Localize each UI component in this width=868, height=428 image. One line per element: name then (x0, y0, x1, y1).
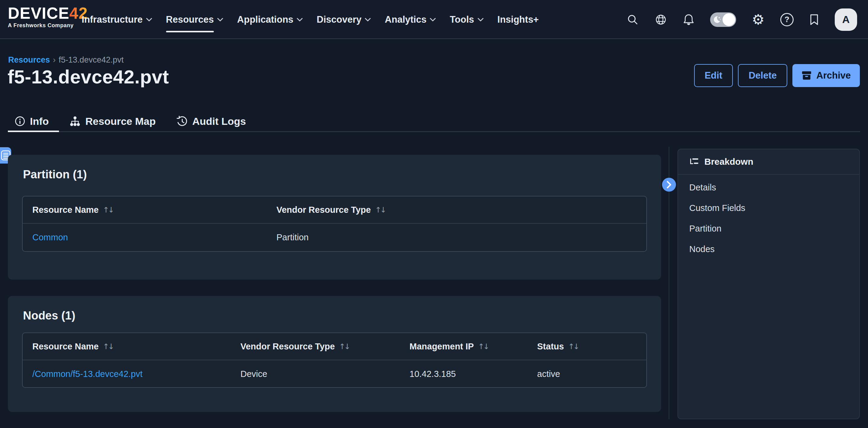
breakdown-item-details[interactable]: Details (678, 177, 859, 198)
archive-box-icon (802, 71, 812, 80)
sort-icon[interactable]: ↑↓ (103, 205, 113, 214)
nav-item-tools[interactable]: Tools (450, 0, 483, 39)
chevron-down-icon (365, 18, 371, 22)
breakdown-item-partition[interactable]: Partition (678, 218, 859, 239)
nav-item-analytics[interactable]: Analytics (385, 0, 436, 39)
sort-icon[interactable]: ↑↓ (103, 342, 113, 351)
sort-icon[interactable]: ↑↓ (568, 342, 579, 351)
settings-gear-icon[interactable]: ⚙ (752, 12, 765, 27)
page-title: f5-13.devce42.pvt (7, 66, 169, 88)
nav-item-resources[interactable]: Resources (166, 0, 223, 39)
notifications-bell-icon[interactable] (683, 13, 694, 26)
list-tree-icon (689, 157, 699, 167)
breakdown-title: Breakdown (704, 157, 753, 167)
theme-toggle[interactable] (710, 12, 736, 27)
chevron-right-icon (666, 181, 672, 189)
column-header-vendor-resource-type[interactable]: Vendor Resource Type ↑↓ (231, 341, 400, 352)
history-icon (176, 116, 188, 127)
sitemap-icon (69, 116, 81, 127)
nav-item-insights[interactable]: Insights+ (497, 0, 539, 39)
node-ip-cell: 10.42.3.185 (400, 369, 527, 379)
archive-button[interactable]: Archive (793, 64, 860, 87)
chevron-down-icon (430, 18, 436, 22)
breakdown-header: Breakdown (678, 149, 859, 175)
breadcrumb: Resources › f5-13.devce42.pvt (8, 55, 124, 65)
sort-icon[interactable]: ↑↓ (478, 342, 489, 351)
nodes-section: Nodes (1) Resource Name ↑↓ Vendor Resour… (8, 296, 661, 412)
user-avatar[interactable]: A (835, 8, 857, 31)
edit-button[interactable]: Edit (694, 64, 733, 87)
node-status-cell: active (527, 369, 646, 379)
bookmark-icon[interactable] (809, 13, 819, 26)
sort-icon[interactable]: ↑↓ (339, 342, 349, 351)
breakdown-panel: Breakdown Details Custom Fields Partitio… (678, 149, 860, 419)
tab-audit-logs[interactable]: Audit Logs (166, 111, 256, 131)
column-header-management-ip[interactable]: Management IP ↑↓ (400, 341, 527, 352)
breakdown-item-nodes[interactable]: Nodes (678, 239, 859, 259)
device42-logo[interactable]: DEVICE42 A Freshworks Company (8, 5, 88, 29)
nodes-table-header: Resource Name ↑↓ Vendor Resource Type ↑↓… (23, 333, 646, 360)
chevron-down-icon (217, 18, 223, 22)
top-navigation-bar: DEVICE42 A Freshworks Company Infrastruc… (0, 0, 868, 39)
column-header-resource-name[interactable]: Resource Name ↑↓ (23, 341, 231, 352)
tab-resource-map[interactable]: Resource Map (59, 111, 166, 131)
partition-section: Partition (1) Resource Name ↑↓ Vendor Re… (8, 155, 661, 279)
partition-section-title: Partition (1) (23, 168, 87, 181)
collapse-panel-button[interactable] (662, 178, 676, 192)
active-nav-underline (166, 31, 214, 32)
nodes-section-title: Nodes (1) (23, 309, 75, 322)
breadcrumb-separator: › (53, 55, 56, 65)
breakdown-item-custom-fields[interactable]: Custom Fields (678, 198, 859, 218)
column-header-vendor-resource-type[interactable]: Vendor Resource Type ↑↓ (267, 205, 646, 215)
table-row: /Common/f5-13.devce42.pvt Device 10.42.3… (23, 360, 646, 388)
partition-table-header: Resource Name ↑↓ Vendor Resource Type ↑↓ (23, 196, 646, 224)
chevron-down-icon (477, 18, 484, 22)
node-type-cell: Device (231, 369, 400, 379)
breadcrumb-resources-link[interactable]: Resources (8, 55, 50, 65)
partition-table: Resource Name ↑↓ Vendor Resource Type ↑↓… (22, 196, 647, 252)
table-row: Common Partition (23, 224, 646, 251)
main-menu: Infrastructure Resources Applications Di… (82, 0, 539, 39)
breakdown-list: Details Custom Fields Partition Nodes (678, 175, 859, 259)
search-icon[interactable] (627, 13, 639, 26)
partition-resource-link[interactable]: Common (32, 232, 68, 242)
page-actions: Edit Delete Archive (694, 64, 860, 87)
chevron-down-icon (297, 18, 303, 22)
tab-info[interactable]: Info (8, 111, 59, 131)
column-header-status[interactable]: Status ↑↓ (527, 341, 646, 352)
chevron-down-icon (146, 18, 152, 22)
info-icon (14, 116, 25, 127)
help-icon[interactable]: ? (780, 13, 794, 26)
detail-tabs: Info Resource Map Audit Logs (8, 111, 860, 132)
node-resource-link[interactable]: /Common/f5-13.devce42.pvt (32, 369, 143, 379)
sort-icon[interactable]: ↑↓ (375, 205, 385, 214)
topbar-actions: ⚙ ? A (627, 0, 857, 39)
partition-type-cell: Partition (267, 232, 646, 242)
nav-item-infrastructure[interactable]: Infrastructure (82, 0, 152, 39)
nodes-table: Resource Name ↑↓ Vendor Resource Type ↑↓… (22, 332, 647, 388)
column-header-resource-name[interactable]: Resource Name ↑↓ (23, 205, 267, 215)
moon-icon (713, 15, 722, 24)
logo-text: DEVICE42 (8, 5, 88, 22)
globe-icon[interactable] (654, 13, 667, 26)
delete-button[interactable]: Delete (738, 64, 787, 87)
breadcrumb-current: f5-13.devce42.pvt (59, 55, 124, 65)
logo-tagline: A Freshworks Company (8, 22, 88, 29)
nav-item-applications[interactable]: Applications (237, 0, 303, 39)
toggle-knob (722, 13, 735, 26)
nav-item-discovery[interactable]: Discovery (317, 0, 371, 39)
